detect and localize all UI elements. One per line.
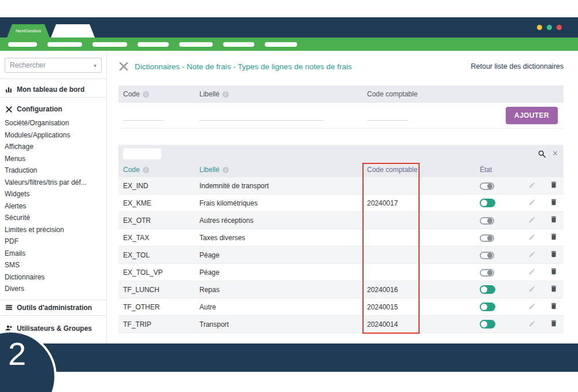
sidebar-item[interactable]: Alertes — [5, 200, 102, 212]
delete-icon[interactable] — [550, 319, 558, 327]
sidebar-item[interactable]: Modules/Applications — [5, 129, 102, 141]
form-inputs-row: AJOUTER — [118, 103, 564, 128]
sidebar-item[interactable]: Valeurs/filtres/tris par déf... — [5, 177, 102, 189]
delete-icon[interactable] — [550, 181, 558, 189]
top-margin — [0, 0, 578, 17]
delete-icon[interactable] — [550, 250, 558, 258]
col-header-code[interactable]: Code — [118, 166, 199, 174]
sidebar-search-select[interactable]: Rechercher — [5, 58, 102, 73]
form-label-code: Code — [118, 90, 199, 98]
cell-etat — [480, 268, 520, 276]
delete-icon[interactable] — [550, 302, 558, 310]
cell-delete — [543, 233, 564, 242]
etat-toggle[interactable] — [480, 269, 494, 277]
delete-icon[interactable] — [550, 198, 558, 206]
sidebar-item[interactable]: Menus — [5, 153, 102, 165]
nav-item-placeholder[interactable] — [138, 42, 169, 47]
nav-item-placeholder[interactable] — [8, 42, 37, 47]
search-icon[interactable] — [538, 150, 546, 158]
cell-delete — [543, 198, 564, 208]
server-list-icon — [5, 304, 13, 311]
nav-item-placeholder[interactable] — [92, 42, 127, 47]
etat-toggle[interactable] — [480, 285, 495, 294]
back-to-dictionaries-link[interactable]: Retour liste des dictionnaires — [471, 62, 564, 70]
nav-item-placeholder[interactable] — [179, 42, 213, 47]
nav-item-placeholder[interactable] — [265, 42, 297, 47]
edit-icon[interactable] — [528, 199, 536, 206]
edit-icon[interactable] — [528, 233, 536, 241]
delete-icon[interactable] — [550, 285, 558, 293]
sidebar-item[interactable]: Limites et précision — [5, 224, 102, 236]
footer-bar — [0, 344, 578, 372]
edit-icon[interactable] — [528, 216, 536, 223]
sidebar-item-admin-tools[interactable]: Outils d'administration — [0, 300, 106, 316]
browser-tab-active[interactable]: NextGestion — [7, 24, 50, 38]
etat-toggle[interactable] — [480, 199, 495, 207]
sidebar-item[interactable]: Dictionnaires — [5, 271, 102, 283]
form-label-libelle: Libellé — [199, 90, 367, 98]
sidebar-item[interactable]: PDF — [5, 236, 102, 248]
etat-toggle[interactable] — [480, 217, 494, 225]
sidebar-item[interactable]: Société/Organisation — [5, 117, 102, 129]
table-search-input[interactable] — [123, 148, 161, 159]
tools-icon — [5, 106, 13, 113]
etat-toggle[interactable] — [480, 303, 495, 311]
sidebar-item[interactable]: Traduction — [5, 165, 102, 177]
cell-code: TF_TRIP — [118, 320, 199, 328]
delete-icon[interactable] — [550, 267, 558, 275]
sidebar-item[interactable]: Divers — [5, 283, 102, 295]
info-icon — [223, 167, 229, 173]
edit-icon[interactable] — [528, 303, 536, 310]
edit-icon[interactable] — [528, 251, 536, 258]
sidebar-item[interactable]: Widgets — [5, 188, 102, 200]
sidebar-item[interactable]: Sécurité — [5, 212, 102, 224]
cell-libelle: Indemnité de transport — [199, 182, 367, 190]
nav-item-placeholder[interactable] — [47, 42, 82, 47]
nav-item-placeholder[interactable] — [223, 42, 254, 47]
etat-toggle[interactable] — [480, 320, 495, 328]
page: NextGestion Rechercher — [0, 0, 578, 392]
window-close-icon[interactable] — [557, 25, 562, 30]
cell-delete — [543, 215, 564, 225]
table-row: TF_TRIPTransport20240014 — [118, 316, 564, 333]
cell-edit — [520, 268, 543, 277]
sidebar-item-dashboard[interactable]: Mon tableau de bord — [0, 81, 106, 98]
col-header-libelle[interactable]: Libellé — [199, 166, 367, 174]
edit-icon[interactable] — [528, 285, 536, 293]
cell-libelle: Péage — [199, 268, 367, 277]
table-row: TF_OTHERAutre20240015 — [118, 298, 564, 316]
sidebar-item[interactable]: Affichage — [5, 141, 102, 153]
libelle-input[interactable] — [199, 110, 324, 121]
edit-icon[interactable] — [528, 181, 536, 189]
sidebar-item-configuration[interactable]: Configuration — [5, 101, 102, 117]
divider — [0, 79, 106, 79]
window-maximize-icon[interactable] — [547, 25, 552, 30]
table-row: EX_INDIndemnité de transport — [118, 177, 564, 195]
browser-tab-secondary[interactable] — [51, 24, 95, 38]
code-input[interactable] — [123, 110, 164, 121]
window-minimize-icon[interactable] — [537, 25, 542, 30]
delete-icon[interactable] — [550, 215, 558, 223]
delete-icon[interactable] — [550, 233, 558, 241]
cell-etat — [480, 320, 520, 328]
breadcrumb: Dictionnaires - Note de frais - Types de… — [135, 62, 352, 71]
cell-delete — [543, 302, 564, 312]
sidebar-item[interactable]: SMS — [5, 259, 102, 271]
etat-toggle[interactable] — [480, 234, 494, 242]
clear-search-icon[interactable] — [553, 149, 558, 158]
cell-etat — [480, 251, 520, 259]
table-row: TF_LUNCHRepas20240016 — [118, 281, 564, 298]
table-row: EX_TOL_VPPéage — [118, 264, 564, 281]
edit-icon[interactable] — [528, 268, 536, 275]
code-comptable-input[interactable] — [367, 110, 407, 121]
add-button[interactable]: AJOUTER — [506, 107, 558, 124]
cell-code: EX_OTR — [118, 216, 199, 225]
etat-toggle[interactable] — [480, 252, 494, 259]
table-row: EX_OTRAutres réceptions — [118, 212, 564, 229]
cell-edit — [520, 233, 543, 242]
sidebar-item[interactable]: Emails — [5, 248, 102, 260]
etat-toggle[interactable] — [480, 182, 494, 190]
chevron-down-icon — [94, 62, 97, 69]
edit-icon[interactable] — [528, 320, 536, 327]
dashboard-icon — [5, 85, 13, 93]
